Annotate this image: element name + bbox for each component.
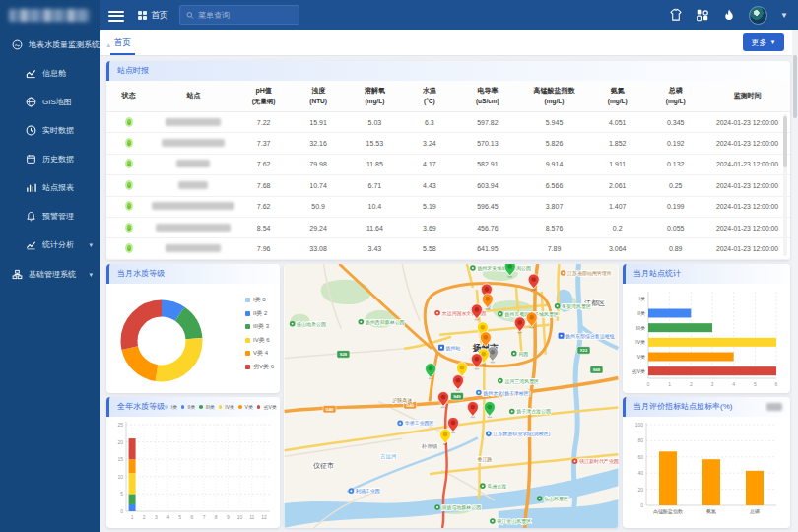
- hbar-劣V类[interactable]: [648, 366, 776, 375]
- legend-item[interactable]: IV类 6: [245, 336, 274, 345]
- map-label-park: 扬州西郊森林公园: [359, 319, 405, 326]
- sidebar-item-base[interactable]: 基础管理系统▼: [0, 259, 100, 289]
- chevron-down-icon[interactable]: ▼: [780, 11, 788, 20]
- cell-value: 8.54: [236, 225, 292, 232]
- map-label-poi: 江苏省邵仙闸管理所: [561, 270, 612, 277]
- legend-item[interactable]: 劣V类: [257, 397, 277, 417]
- exceed-bar-高锰酸盐指数[interactable]: [659, 451, 677, 505]
- cell-value: 5.58: [404, 245, 455, 252]
- exceed-bar-总磷[interactable]: [746, 471, 764, 505]
- cell-value: 6.71: [346, 182, 404, 189]
- sidebar-item-alert[interactable]: 预警管理: [0, 202, 100, 231]
- panel-title: 站点时报: [117, 61, 149, 81]
- stacked-bar-V类[interactable]: [129, 459, 136, 473]
- status-normal-dot: [125, 159, 133, 168]
- svg-text:80: 80: [637, 437, 643, 443]
- table-header-row: 状态站点pH值(无量纲)浊度(NTU)溶解氧(mg/L)水温(°C)电导率(uS…: [106, 81, 790, 112]
- hamburger-icon[interactable]: [108, 8, 124, 22]
- sidebar-item-realtime[interactable]: 实时数据: [0, 116, 100, 145]
- cell-value: 5.19: [404, 203, 455, 210]
- legend-item[interactable]: I类: [165, 397, 177, 417]
- legend-item[interactable]: V类 4: [245, 349, 274, 358]
- stacked-bar-劣V类[interactable]: [129, 438, 136, 459]
- cell-time: 2024-01-23 12:00:00: [704, 225, 790, 232]
- cell-value: 7.89: [520, 245, 588, 252]
- hbar-V类[interactable]: [648, 353, 734, 362]
- base-icon: [12, 269, 23, 280]
- sidebar-item-history[interactable]: 历史数据: [0, 145, 100, 173]
- svg-text:5: 5: [754, 381, 757, 387]
- report-icon: [26, 182, 36, 193]
- svg-text:3: 3: [155, 514, 158, 520]
- search-icon: [186, 11, 194, 20]
- monthly-quality-donut-chart: I类 0II类 2III类 3IV类 6V类 4劣V类 6: [106, 284, 280, 393]
- svg-text:瓜洲古渡: 瓜洲古渡: [487, 483, 506, 490]
- svg-text:S49: S49: [453, 394, 461, 399]
- table-scrollbar[interactable]: [783, 114, 787, 256]
- svg-text:III类: III类: [636, 325, 645, 331]
- stacked-bar-II类[interactable]: [129, 504, 136, 511]
- svg-text:8: 8: [215, 514, 218, 520]
- hbar-IV类[interactable]: [648, 338, 776, 347]
- page-scrollbar[interactable]: [792, 30, 798, 532]
- chevron-down-icon: ▼: [88, 241, 94, 247]
- redacted-chip: [766, 403, 782, 411]
- station-map[interactable]: G40G40S28S49S68X22扬州市江都区仪征市朴席镇古运河沪陕高速春江路…: [284, 264, 619, 528]
- sidebar-item-report[interactable]: 站点报表: [0, 173, 100, 202]
- cell-value: 79.98: [291, 161, 346, 167]
- user-avatar[interactable]: [749, 6, 767, 25]
- svg-text:6: 6: [775, 381, 778, 387]
- panel-title: 全年水质等级: [117, 397, 165, 417]
- map-label-town: 朴席镇: [421, 443, 438, 449]
- cell-value: 570.13: [455, 140, 520, 147]
- legend-item[interactable]: II类: [181, 397, 195, 417]
- layout-icon[interactable]: [696, 8, 709, 22]
- menu-search-box[interactable]: [179, 5, 299, 25]
- column-header: 浊度(NTU): [291, 86, 346, 105]
- cell-value: 0.89: [646, 245, 704, 252]
- sidebar-item-gis-map[interactable]: GIS地图: [0, 88, 100, 116]
- menu-search-input[interactable]: [198, 11, 293, 20]
- status-normal-dot: [125, 117, 133, 127]
- station-name-redacted: [152, 202, 234, 210]
- hbar-III类[interactable]: [648, 323, 712, 332]
- city-map[interactable]: G40G40S28S49S68X22扬州市江都区仪征市朴席镇古运河沪陕高速春江路…: [284, 264, 619, 528]
- stacked-bar-III类[interactable]: [129, 494, 136, 504]
- legend-item[interactable]: IV类: [219, 397, 234, 417]
- cell-value: 0.192: [646, 140, 704, 147]
- cell-value: 596.45: [455, 203, 520, 210]
- legend-item[interactable]: 劣V类 6: [245, 363, 274, 371]
- legend-item[interactable]: II类 2: [245, 309, 274, 318]
- cell-value: 3.69: [404, 225, 455, 232]
- legend-item[interactable]: III类 3: [245, 322, 274, 331]
- svg-text:II类: II类: [637, 310, 645, 316]
- column-header: 高锰酸盐指数(mg/L): [520, 86, 588, 105]
- flame-icon[interactable]: [722, 8, 736, 22]
- topbar-home-link[interactable]: 首页: [138, 8, 168, 22]
- cell-value: 1.407: [588, 203, 646, 210]
- cell-time: 2024-01-23 12:00:00: [704, 140, 790, 147]
- table-scrollbar-thumb[interactable]: [783, 116, 787, 167]
- svg-text:镇江金山风景区: 镇江金山风景区: [497, 518, 531, 525]
- tab-home[interactable]: 首页: [114, 30, 131, 55]
- cell-value: 5.03: [346, 119, 404, 126]
- legend-item[interactable]: V类: [238, 397, 253, 417]
- stacked-bar-IV类[interactable]: [129, 473, 136, 494]
- sidebar-item-system[interactable]: 地表水质量监测系统▲: [0, 30, 100, 59]
- hbar-II类[interactable]: [648, 309, 691, 318]
- page-scrollbar-thumb[interactable]: [793, 55, 797, 118]
- svg-text:V类: V类: [637, 354, 645, 360]
- sidebar-item-stats[interactable]: 统计分析▼: [0, 231, 100, 259]
- sidebar-item-info-board[interactable]: 信息舱: [0, 59, 100, 88]
- legend-item[interactable]: I类 0: [245, 296, 274, 304]
- map-label-edu: 扬州大学(扬子津校区): [476, 390, 531, 397]
- svg-text:朴席镇: 朴席镇: [421, 443, 438, 449]
- more-button[interactable]: 更多 ▼: [743, 33, 784, 51]
- svg-text:5: 5: [178, 514, 181, 520]
- exceed-bar-氨氮[interactable]: [702, 459, 720, 505]
- alert-icon: [26, 211, 36, 222]
- topbar: 首页 ▼: [0, 0, 798, 30]
- legend-item[interactable]: III类: [199, 397, 215, 417]
- monthly-station-stats-panel: 当月站点统计 0123456I类II类III类IV类V类劣V类: [623, 264, 790, 393]
- shirt-icon[interactable]: [669, 8, 683, 22]
